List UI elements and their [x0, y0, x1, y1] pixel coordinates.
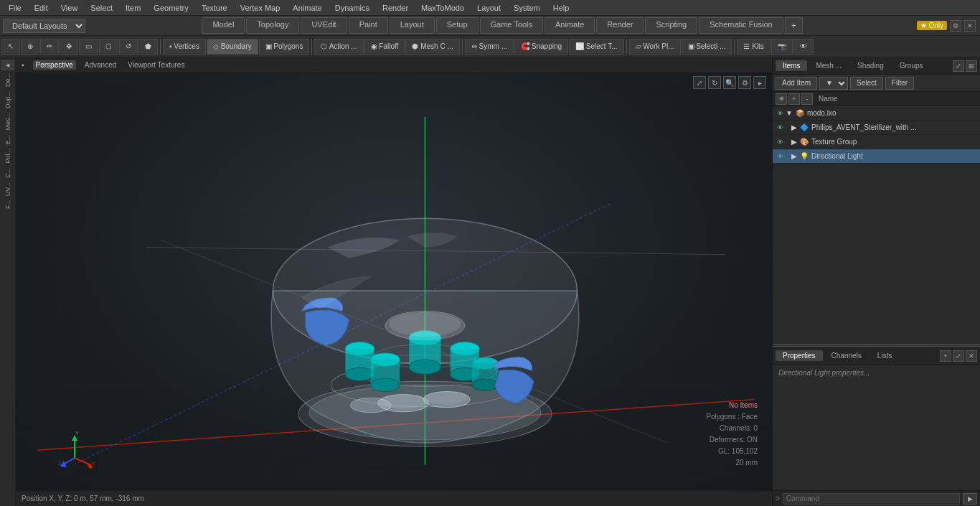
eye-dir-light[interactable]: 👁: [774, 151, 786, 162]
tool-symm[interactable]: ⇔ Symm ...: [465, 39, 514, 55]
tool-falloff[interactable]: ◉ Falloff: [364, 39, 405, 55]
menu-maxtomodo[interactable]: MaxToModo: [415, 2, 470, 14]
vp-textures[interactable]: Viewport Textures: [125, 60, 187, 70]
layout-close[interactable]: ✕: [964, 20, 976, 32]
items-add[interactable]: +: [788, 93, 800, 105]
sep5: [734, 39, 735, 55]
prop-add[interactable]: +: [940, 350, 951, 362]
tab-add[interactable]: +: [785, 17, 804, 34]
tab-paint[interactable]: Paint: [349, 17, 388, 34]
tab-gametools[interactable]: Game Tools: [480, 17, 544, 34]
visibility-eye[interactable]: 👁: [776, 93, 787, 105]
tool-3d-view[interactable]: 👁: [793, 39, 814, 55]
tool-shield[interactable]: ⬟: [138, 39, 158, 55]
menu-render[interactable]: Render: [377, 2, 414, 14]
vp-more[interactable]: ▸: [753, 76, 766, 89]
tool-select-t[interactable]: ⬜ Select T...: [569, 39, 624, 55]
add-item-btn[interactable]: Add Item: [776, 77, 817, 90]
menu-view[interactable]: View: [55, 2, 84, 14]
command-input[interactable]: [783, 493, 960, 505]
item-modo-lxo[interactable]: 👁 ▼ 📦 modo.lxo: [773, 106, 980, 121]
items-del[interactable]: -: [801, 93, 813, 105]
tab-groups[interactable]: Groups: [892, 60, 930, 71]
layout-dropdown[interactable]: Default Layouts: [3, 19, 85, 33]
panel-detach[interactable]: ⊞: [966, 60, 977, 72]
tab-scripting[interactable]: Scripting: [645, 17, 697, 34]
tool-mesh[interactable]: ⬢ Mesh C ...: [405, 39, 459, 55]
tool-move[interactable]: ✥: [60, 39, 78, 55]
vp-maximize[interactable]: ⤢: [693, 76, 706, 89]
eye-texture-group[interactable]: 👁: [774, 136, 786, 148]
tab-shading[interactable]: Shading: [850, 60, 891, 71]
tab-render[interactable]: Render: [596, 17, 644, 34]
prop-tab-properties[interactable]: Properties: [776, 350, 823, 361]
tool-lasso[interactable]: ⬡: [99, 39, 118, 55]
layout-settings[interactable]: ⚙: [950, 20, 961, 32]
tab-items[interactable]: Items: [776, 60, 807, 71]
tab-animate[interactable]: Animate: [545, 17, 595, 34]
menu-animate[interactable]: Animate: [287, 2, 327, 14]
vp-toggle[interactable]: ▪: [19, 60, 27, 70]
vp-refresh[interactable]: ↻: [708, 76, 721, 89]
tool-pen[interactable]: ✏: [40, 39, 59, 55]
panel-expand[interactable]: ⤢: [953, 60, 964, 72]
svg-point-6: [273, 218, 577, 363]
prop-tab-lists[interactable]: Lists: [870, 350, 900, 361]
menu-vertex-map[interactable]: Vertex Map: [235, 2, 286, 14]
menu-dynamics[interactable]: Dynamics: [329, 2, 375, 14]
tool-kits[interactable]: ☰ Kits: [737, 39, 770, 55]
vp-perspective[interactable]: Perspective: [33, 60, 76, 70]
prop-close[interactable]: ✕: [966, 350, 977, 362]
tool-vertices[interactable]: ▪ Vertices: [163, 39, 206, 55]
tab-layout[interactable]: Layout: [390, 17, 435, 34]
tool-polygons[interactable]: ▣ Polygons: [259, 39, 310, 55]
svg-marker-35: [72, 435, 77, 441]
tool-snapping[interactable]: 🧲 Snapping: [514, 39, 568, 55]
tool-boundary[interactable]: ◇ Boundary: [207, 39, 258, 55]
eye-philips[interactable]: 👁: [774, 122, 786, 133]
select-btn[interactable]: Select: [850, 77, 883, 90]
vp-zoom[interactable]: 🔍: [723, 76, 736, 89]
menu-system[interactable]: System: [508, 2, 546, 14]
menu-texture[interactable]: Texture: [196, 2, 233, 14]
tool-cameral[interactable]: 📷: [771, 39, 793, 55]
vp-advanced[interactable]: Advanced: [82, 60, 119, 70]
tool-rotate[interactable]: ↺: [119, 39, 138, 55]
sidebar-label-pol: Pol...: [4, 147, 12, 165]
tab-mesh[interactable]: Mesh ...: [809, 60, 849, 71]
menu-help[interactable]: Help: [547, 2, 575, 14]
tool-work-pl[interactable]: ▱ Work Pl...: [629, 39, 681, 55]
prop-expand[interactable]: ⤢: [953, 350, 964, 362]
filter-btn[interactable]: Filter: [885, 77, 914, 90]
tool-arrow[interactable]: ↖: [1, 39, 20, 55]
eye-modo-lxo[interactable]: 👁: [774, 108, 786, 119]
item-philips[interactable]: 👁 ▶ 🔷 Philips_AVENT_Sterilizer_with ...: [773, 121, 980, 135]
sidebar-toggle[interactable]: ◀: [1, 60, 14, 70]
menu-layout[interactable]: Layout: [471, 2, 507, 14]
item-texture-group[interactable]: 👁 ▶ 🎨 Texture Group: [773, 135, 980, 149]
tool-world[interactable]: ⊕: [21, 39, 39, 55]
viewport-canvas[interactable]: ⤢ ↻ 🔍 ⚙ ▸ No Items Polygons : Face Chann…: [16, 73, 772, 490]
tab-setup[interactable]: Setup: [436, 17, 479, 34]
svg-point-33: [389, 311, 461, 336]
vp-settings[interactable]: ⚙: [738, 76, 751, 89]
name-dir-light: Directional Light: [811, 152, 863, 160]
menu-geometry[interactable]: Geometry: [148, 2, 194, 14]
menu-select[interactable]: Select: [85, 2, 118, 14]
tool-selecti[interactable]: ▣ Selecti ...: [682, 39, 732, 55]
menu-edit[interactable]: Edit: [29, 2, 54, 14]
tool-select-rect[interactable]: ▭: [79, 39, 98, 55]
menu-item[interactable]: Item: [120, 2, 146, 14]
item-indent-0: ▼ 📦 modo.lxo: [786, 109, 979, 117]
cmd-execute[interactable]: ▶: [963, 493, 977, 505]
visibility-icons: 👁 + -: [776, 93, 813, 105]
add-item-dropdown[interactable]: ▼: [819, 77, 848, 90]
item-dir-light[interactable]: 👁 ▶ 💡 Directional Light: [773, 149, 980, 164]
tab-schematic[interactable]: Schematic Fusion: [699, 17, 783, 34]
tab-model[interactable]: Model: [202, 17, 245, 34]
menu-file[interactable]: File: [3, 2, 27, 14]
prop-tab-channels[interactable]: Channels: [824, 350, 869, 361]
tool-action[interactable]: ⬡ Action ...: [314, 39, 363, 55]
tab-uvedit[interactable]: UVEdit: [301, 17, 347, 34]
tab-topology[interactable]: Topology: [246, 17, 299, 34]
